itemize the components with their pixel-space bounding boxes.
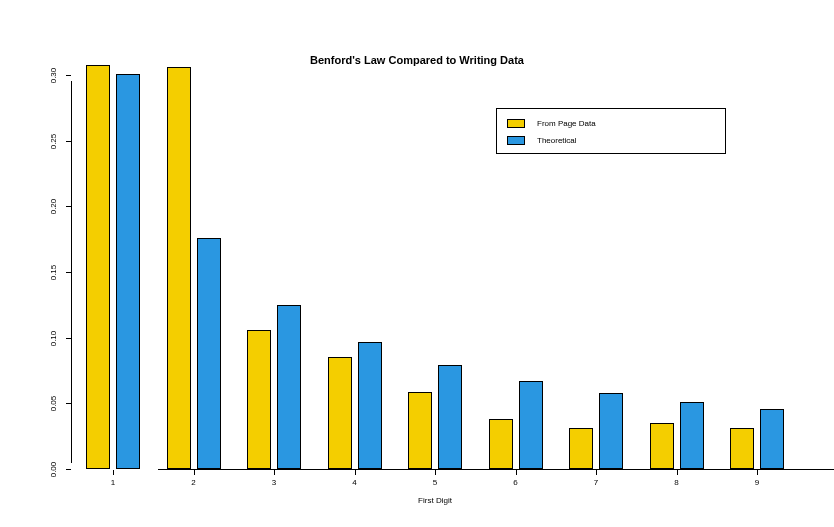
x-tick-label-7: 7 <box>576 478 616 487</box>
legend-row-1: Theoretical <box>507 132 715 149</box>
x-tick-mark <box>274 470 275 475</box>
bar-from-page-data-2 <box>167 67 191 469</box>
y-tick-mark <box>66 206 71 207</box>
bar-theoretical-3 <box>277 305 301 469</box>
bar-from-page-data-5 <box>408 392 432 469</box>
bar-theoretical-8 <box>680 402 704 469</box>
y-tick-mark <box>66 403 71 404</box>
y-tick-label: 0.10 <box>49 323 58 353</box>
x-axis-line <box>158 469 834 470</box>
y-tick-mark <box>66 469 71 470</box>
y-tick-label: 0.05 <box>49 389 58 419</box>
x-tick-label-3: 3 <box>254 478 294 487</box>
bar-theoretical-2 <box>197 238 221 469</box>
chart-title: Benford's Law Compared to Writing Data <box>0 54 834 66</box>
x-tick-label-6: 6 <box>496 478 536 487</box>
y-tick-label: 0.25 <box>49 126 58 156</box>
x-tick-label-4: 4 <box>335 478 375 487</box>
y-tick-label: 0.30 <box>49 61 58 91</box>
bar-from-page-data-9 <box>730 428 754 469</box>
legend-label-0: From Page Data <box>537 119 596 128</box>
legend-row-0: From Page Data <box>507 115 715 132</box>
x-tick-mark <box>355 470 356 475</box>
bar-from-page-data-3 <box>247 330 271 469</box>
bar-theoretical-7 <box>599 393 623 469</box>
y-tick-mark <box>66 141 71 142</box>
bar-from-page-data-6 <box>489 419 513 469</box>
x-tick-label-5: 5 <box>415 478 455 487</box>
bar-from-page-data-7 <box>569 428 593 469</box>
bar-from-page-data-8 <box>650 423 674 469</box>
bar-from-page-data-4 <box>328 357 352 469</box>
bar-theoretical-9 <box>760 409 784 469</box>
bar-theoretical-6 <box>519 381 543 469</box>
y-tick-mark <box>66 338 71 339</box>
x-tick-mark <box>757 470 758 475</box>
bar-theoretical-4 <box>358 342 382 469</box>
legend: From Page Data Theoretical <box>496 108 726 154</box>
y-tick-label: 0.00 <box>49 455 58 485</box>
x-tick-label-1: 1 <box>93 478 133 487</box>
legend-swatch-1 <box>507 136 525 145</box>
y-tick-mark <box>66 272 71 273</box>
bar-theoretical-1 <box>116 74 140 469</box>
x-tick-mark <box>596 470 597 475</box>
y-tick-label: 0.20 <box>49 192 58 222</box>
x-axis-label: First Digit <box>418 496 452 505</box>
legend-swatch-0 <box>507 119 525 128</box>
x-tick-label-8: 8 <box>657 478 697 487</box>
x-tick-mark <box>677 470 678 475</box>
x-tick-mark <box>194 470 195 475</box>
chart-stage: Benford's Law Compared to Writing Data 0… <box>0 0 834 527</box>
bar-from-page-data-1 <box>86 65 110 470</box>
bar-theoretical-5 <box>438 365 462 469</box>
x-tick-mark <box>516 470 517 475</box>
legend-label-1: Theoretical <box>537 136 577 145</box>
x-tick-label-9: 9 <box>737 478 777 487</box>
x-tick-mark <box>113 470 114 475</box>
y-tick-label: 0.15 <box>49 258 58 288</box>
x-tick-mark <box>435 470 436 475</box>
x-tick-label-2: 2 <box>174 478 214 487</box>
y-tick-mark <box>66 75 71 76</box>
